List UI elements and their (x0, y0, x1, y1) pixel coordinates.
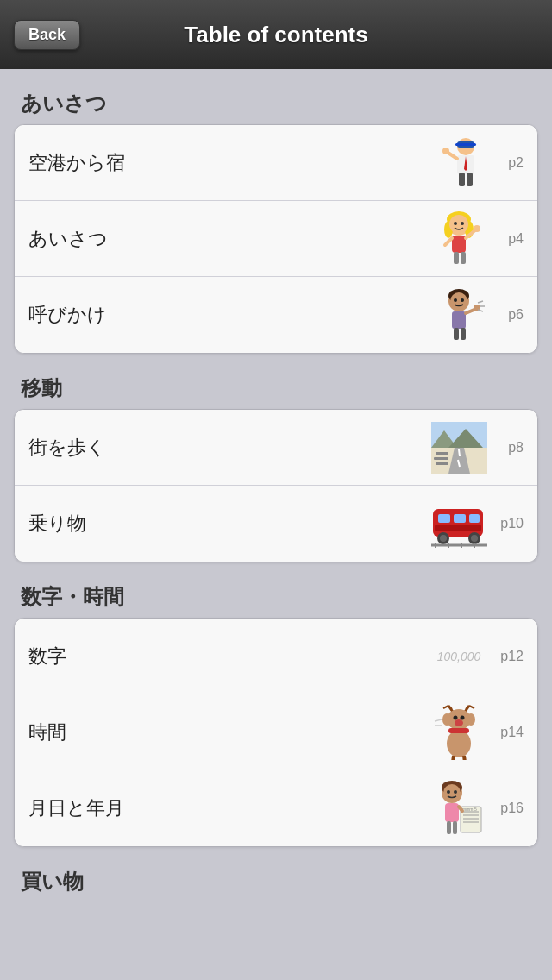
item-page: p12 (496, 649, 524, 664)
item-page: p4 (496, 231, 524, 247)
svg-rect-20 (454, 252, 459, 264)
back-button[interactable]: Back (14, 20, 80, 50)
item-illustration (429, 418, 489, 478)
svg-line-40 (459, 449, 460, 456)
svg-point-70 (455, 719, 463, 726)
svg-point-8 (442, 148, 449, 154)
list-item[interactable]: 街を歩く p8 (15, 410, 537, 486)
svg-point-53 (471, 535, 478, 542)
item-label: 数字 (28, 644, 429, 669)
item-page: p6 (496, 307, 524, 323)
svg-point-66 (442, 713, 451, 726)
list-item[interactable]: あいさつ p4 (15, 201, 537, 277)
list-item[interactable]: 乗り物 p10 (15, 486, 537, 562)
svg-rect-44 (436, 462, 448, 465)
svg-point-51 (440, 535, 447, 542)
svg-line-73 (452, 756, 454, 760)
section-header-suuji: 数字・時間 (14, 571, 538, 618)
svg-line-19 (445, 238, 452, 245)
item-illustration (429, 209, 489, 269)
card-group-ido: 街を歩く p8乗り物 p10 (14, 409, 538, 562)
svg-point-86 (447, 790, 450, 794)
item-illustration: 100,000 (429, 626, 489, 687)
item-page: p2 (496, 155, 524, 171)
item-illustration (429, 702, 489, 763)
svg-rect-46 (438, 514, 450, 523)
svg-point-18 (474, 225, 480, 232)
svg-rect-6 (467, 173, 473, 186)
svg-text:mmm 5: mmm 5 (462, 807, 477, 812)
list-item[interactable]: 時間 p14 (15, 694, 537, 770)
section-header-aisatsu: あいさつ (14, 78, 538, 124)
svg-rect-90 (447, 821, 451, 834)
item-illustration (429, 493, 489, 554)
svg-rect-21 (461, 252, 466, 264)
svg-point-68 (454, 716, 458, 720)
svg-point-71 (447, 730, 471, 757)
svg-point-87 (454, 790, 457, 794)
item-label: 呼びかけ (28, 302, 429, 328)
item-label: 空港から宿 (28, 150, 429, 176)
svg-point-24 (450, 292, 467, 310)
svg-point-13 (449, 215, 468, 234)
svg-rect-34 (461, 328, 466, 340)
svg-point-14 (454, 222, 457, 225)
item-page: p16 (496, 801, 524, 816)
navigation-bar: Back Table of contents (0, 0, 552, 69)
card-group-aisatsu: 空港から宿 p2あいさつ p4呼びかけ (14, 124, 538, 354)
svg-point-15 (461, 222, 464, 225)
svg-rect-48 (469, 514, 480, 523)
page-title: Table of contents (184, 22, 367, 48)
svg-rect-43 (434, 457, 448, 460)
section-header-kaimono: 買い物 (14, 856, 538, 902)
svg-line-74 (464, 756, 466, 760)
item-label: 乗り物 (28, 511, 429, 537)
app-container: Back Table of contents あいさつ空港から宿 p2あいさつ (0, 0, 552, 980)
section-header-ido: 移動 (14, 362, 538, 409)
item-illustration (429, 133, 489, 193)
svg-point-25 (454, 298, 457, 302)
item-page: p8 (496, 440, 524, 455)
item-illustration: mmm 5 (429, 778, 489, 839)
svg-point-69 (461, 716, 465, 720)
svg-rect-16 (452, 236, 466, 253)
svg-line-30 (478, 301, 483, 303)
list-item[interactable]: 呼びかけ p6 (15, 277, 537, 353)
svg-point-67 (467, 713, 475, 726)
svg-rect-88 (445, 803, 459, 822)
svg-rect-91 (453, 821, 457, 834)
list-item[interactable]: 月日と年月 mmm 5 p16 (15, 770, 537, 846)
item-page: p10 (496, 516, 524, 531)
item-page: p14 (496, 725, 524, 740)
item-illustration (429, 285, 489, 345)
svg-rect-2 (455, 143, 476, 146)
svg-line-32 (478, 310, 483, 311)
list-item[interactable]: 空港から宿 p2 (15, 125, 537, 201)
svg-line-63 (469, 706, 474, 708)
content-scroll[interactable]: あいさつ空港から宿 p2あいさつ p4呼び (0, 69, 552, 980)
svg-rect-5 (459, 173, 465, 186)
svg-rect-33 (454, 328, 459, 340)
svg-rect-47 (454, 514, 466, 523)
list-item[interactable]: 数字100,000p12 (15, 619, 537, 694)
svg-line-60 (443, 706, 448, 708)
svg-line-75 (435, 719, 442, 721)
item-label: 時間 (28, 719, 429, 745)
item-label: あいさつ (28, 226, 429, 252)
item-label: 月日と年月 (28, 795, 429, 821)
svg-rect-49 (435, 525, 481, 531)
svg-point-85 (443, 784, 461, 801)
svg-rect-27 (452, 311, 466, 329)
item-label: 街を歩く (28, 435, 429, 461)
svg-rect-42 (436, 452, 448, 455)
card-group-suuji: 数字100,000p12時間 p14月日と年月 (14, 618, 538, 847)
svg-rect-72 (448, 728, 469, 733)
svg-point-26 (461, 298, 464, 302)
